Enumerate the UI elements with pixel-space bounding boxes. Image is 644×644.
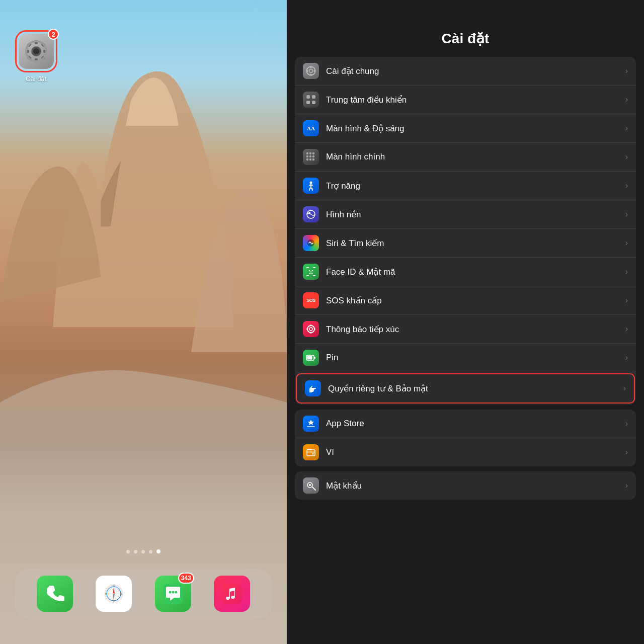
accessibility-label: Trợ năng (326, 181, 625, 191)
settings-header: Cài đặt (287, 0, 644, 57)
svg-rect-44 (312, 155, 314, 157)
gear-icon (24, 39, 48, 63)
privacy-hand-icon (308, 383, 318, 393)
general-chevron: › (625, 66, 628, 75)
settings-item-general[interactable]: Cài đặt chung › (295, 57, 636, 86)
settings-item-appstore[interactable]: App Store › (295, 410, 636, 438)
settings-icon-selected-border: 2 (15, 30, 57, 72)
svg-rect-42 (306, 155, 308, 157)
svg-rect-32 (310, 74, 312, 76)
home-screen: 2 Cài đặt (0, 0, 287, 644)
siri-svg-icon (306, 238, 316, 248)
svg-rect-66 (314, 357, 316, 359)
svg-point-29 (310, 70, 312, 72)
sos-icon: SOS (303, 292, 319, 308)
wallpaper-label: Hình nền (326, 209, 625, 220)
accessibility-icon (303, 178, 319, 194)
settings-item-wallpaper[interactable]: Hình nền › (295, 200, 636, 229)
settings-item-wallet[interactable]: Ví › (295, 438, 636, 466)
appstore-svg-icon (306, 419, 316, 429)
battery-svg-icon (306, 353, 316, 363)
svg-rect-70 (307, 451, 315, 453)
control-center-icon (306, 95, 316, 105)
svg-point-72 (312, 453, 314, 455)
appstore-label: App Store (326, 419, 625, 429)
sos-chevron: › (625, 296, 628, 305)
wallet-svg-icon (306, 447, 316, 457)
wallet-chevron: › (625, 448, 628, 457)
privacy-label: Quyền riêng tư & Bảo mật (328, 383, 623, 394)
svg-point-60 (309, 328, 312, 331)
dot-3 (141, 550, 145, 553)
dock-messages-icon[interactable]: 343 (155, 576, 191, 612)
settings-item-battery[interactable]: Pin › (295, 344, 636, 372)
settings-item-exposure[interactable]: Thông báo tiếp xúc › (295, 315, 636, 344)
svg-point-24 (169, 591, 171, 594)
svg-rect-31 (310, 66, 312, 68)
wallpaper-svg-icon (306, 209, 316, 219)
wallet-icon (303, 444, 319, 460)
svg-point-57 (312, 270, 313, 271)
wallpaper-chevron: › (625, 210, 628, 219)
display-label: Màn hình & Độ sáng (326, 123, 625, 134)
dock-safari-icon[interactable]: N S W E (96, 576, 132, 612)
control-icon (303, 92, 319, 108)
settings-item-faceid[interactable]: Face ID & Mật mã › (295, 258, 636, 286)
svg-line-75 (312, 487, 315, 490)
svg-rect-38 (312, 101, 315, 104)
svg-rect-34 (314, 70, 316, 72)
settings-item-passwords[interactable]: Mật khẩu › (295, 471, 636, 500)
svg-rect-33 (306, 70, 308, 72)
general-icon (303, 63, 319, 79)
svg-rect-55 (313, 275, 315, 276)
settings-item-homescreen[interactable]: Màn hình chính › (295, 143, 636, 172)
appstore-chevron: › (625, 419, 628, 428)
settings-badge: 2 (48, 29, 59, 40)
settings-item-privacy[interactable]: Quyền riêng tư & Bảo mật › (296, 373, 635, 404)
settings-app-icon[interactable] (19, 34, 54, 69)
svg-rect-46 (309, 158, 311, 160)
exposure-svg-icon (306, 324, 316, 334)
settings-list[interactable]: Cài đặt chung › Trung tâm điều khiển › (287, 57, 644, 644)
wallpaper-icon (303, 206, 319, 222)
privacy-icon (305, 380, 321, 396)
passwords-icon (303, 477, 319, 494)
svg-rect-41 (312, 152, 314, 154)
svg-text:W: W (105, 592, 108, 595)
settings-section-3: Mật khẩu › (295, 471, 636, 500)
settings-app-area[interactable]: 2 Cài đặt (15, 30, 57, 83)
general-label: Cài đặt chung (326, 66, 625, 76)
faceid-icon (303, 264, 319, 280)
svg-text:N: N (113, 584, 115, 587)
settings-item-display[interactable]: AA Màn hình & Độ sáng › (295, 114, 636, 143)
faceid-chevron: › (625, 267, 628, 276)
svg-point-74 (309, 484, 311, 486)
dock-music-icon[interactable] (214, 576, 250, 612)
exposure-label: Thông báo tiếp xúc (326, 324, 625, 335)
svg-rect-71 (307, 449, 312, 450)
svg-point-50 (308, 212, 310, 214)
dock-phone-icon[interactable] (37, 576, 73, 612)
settings-item-control[interactable]: Trung tâm điều khiển › (295, 86, 636, 114)
settings-item-accessibility[interactable]: Trợ năng › (295, 172, 636, 200)
privacy-chevron: › (623, 384, 626, 393)
dot-2 (134, 550, 137, 553)
settings-label: Cài đặt (15, 75, 57, 83)
svg-point-26 (175, 591, 177, 594)
control-chevron: › (625, 95, 628, 104)
settings-title: Cài đặt (302, 30, 629, 47)
phone-icon (45, 584, 65, 604)
settings-item-siri[interactable]: Siri & Tìm kiếm › (295, 229, 636, 258)
homescreen-chevron: › (625, 152, 628, 162)
svg-rect-27 (222, 584, 242, 604)
homescreen-icon (303, 149, 319, 165)
wallet-label: Ví (326, 447, 625, 457)
homescreen-svg-icon (306, 152, 316, 162)
settings-section-1: Cài đặt chung › Trung tâm điều khiển › (295, 57, 636, 405)
safari-icon: N S W E (104, 584, 124, 604)
exposure-chevron: › (625, 325, 628, 334)
settings-item-sos[interactable]: SOS SOS khẩn cấp › (295, 286, 636, 315)
battery-label: Pin (326, 353, 625, 363)
dot-1 (126, 550, 130, 553)
faceid-svg-icon (306, 267, 316, 277)
